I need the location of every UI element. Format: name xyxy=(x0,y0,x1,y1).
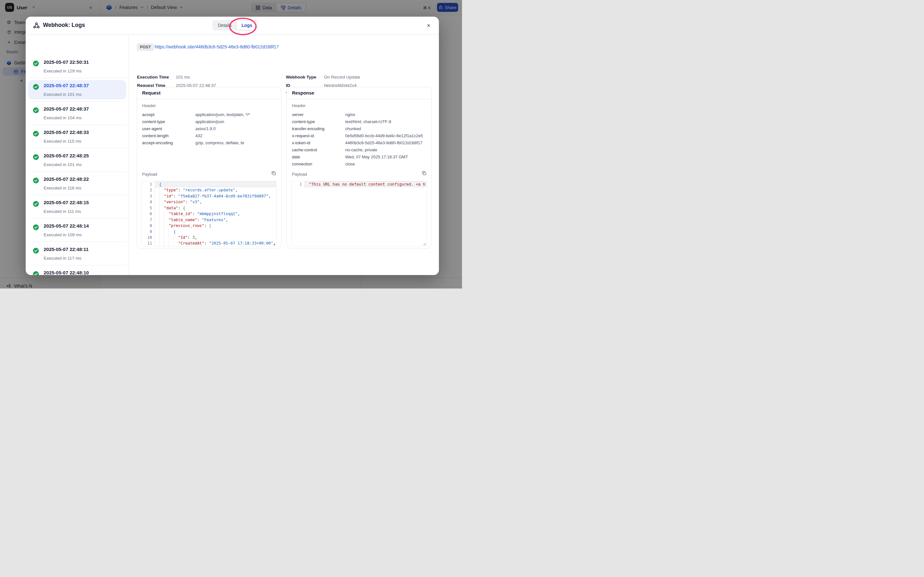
copy-icon[interactable] xyxy=(421,170,427,176)
list-divider xyxy=(29,195,127,195)
success-check-icon xyxy=(33,177,39,184)
success-check-icon xyxy=(33,224,39,230)
webhook-icon xyxy=(33,22,40,29)
success-check-icon xyxy=(33,154,39,160)
code-text: "data": { xyxy=(155,205,276,211)
success-check-icon xyxy=(33,271,39,275)
list-divider xyxy=(29,148,127,148)
header-key: content-type xyxy=(142,119,195,124)
success-check-icon xyxy=(33,60,39,67)
log-timestamp: 2025-05-07 22:48:37 xyxy=(44,83,89,88)
header-row: content-typetext/html; charset=UTF-8 xyxy=(292,118,426,125)
header-key: user-agent xyxy=(142,126,195,131)
line-number: 3 xyxy=(142,193,155,199)
header-value: 4460b3c6-5d25-46e3-8d80-fb012d168f17 xyxy=(345,140,423,145)
line-number: 7 xyxy=(142,217,155,223)
line-number: 9 xyxy=(142,229,155,235)
log-timestamp: 2025-05-07 22:48:10 xyxy=(44,270,89,275)
log-item[interactable]: 2025-05-07 22:48:22Executed in 118 ms xyxy=(28,174,126,193)
header-key: content-type xyxy=(292,119,345,124)
code-line: 3 "id": "f5e6a827-fb37-4a04-8cd9-be7831f… xyxy=(142,193,276,199)
header-label: Header xyxy=(142,103,156,108)
payload-label: Payload xyxy=(142,172,157,177)
log-item[interactable]: 2025-05-07 22:48:14Executed in 109 ms xyxy=(28,221,126,240)
success-check-icon xyxy=(33,201,39,207)
log-duration: Executed in 101 ms xyxy=(44,162,82,167)
info-label: Execution Time xyxy=(137,75,176,81)
log-item[interactable]: 2025-05-07 22:48:37Executed in 101 ms xyxy=(28,80,126,99)
header-value: application/json xyxy=(195,119,224,124)
code-line: 1"This URL has no default content config… xyxy=(292,181,427,187)
modal-title: Webhook: Logs xyxy=(43,22,85,29)
log-item[interactable]: 2025-05-07 22:48:33Executed in 115 ms xyxy=(28,127,126,146)
header-row: x-request-id0e5d56d0-bccb-44d9-bd4c-6e12… xyxy=(292,132,426,139)
header-value: text/html; charset=UTF-8 xyxy=(345,119,391,124)
header-row: servernginx xyxy=(292,111,426,118)
info-row: Webhook TypeOn Record Update xyxy=(286,75,360,81)
response-payload-editor[interactable]: 1"This URL has no default content config… xyxy=(291,181,427,247)
code-line: 7 "table_name": "Features", xyxy=(142,217,276,223)
log-duration: Executed in 129 ms xyxy=(44,69,82,73)
log-timestamp: 2025-05-07 22:48:14 xyxy=(44,223,89,229)
log-timestamp: 2025-05-07 22:48:15 xyxy=(44,200,89,205)
header-value: axios/1.9.0 xyxy=(195,126,216,131)
header-row: dateWed, 07 May 2025 17:18:37 GMT xyxy=(292,153,426,160)
log-duration: Executed in 109 ms xyxy=(44,232,82,237)
log-item[interactable]: 2025-05-07 22:48:37Executed in 104 ms xyxy=(28,103,126,123)
header-row: content-length432 xyxy=(142,132,276,139)
code-line: 5 "data": { xyxy=(142,205,276,211)
code-text: "type": "records.after.update", xyxy=(155,187,276,193)
log-item[interactable]: 2025-05-07 22:48:15Executed in 111 ms xyxy=(28,197,126,216)
log-item[interactable]: 2025-05-07 22:48:11Executed in 117 ms xyxy=(28,244,126,263)
log-duration: Executed in 111 ms xyxy=(44,209,81,214)
request-payload-editor[interactable]: 1{2 "type": "records.after.update",3 "id… xyxy=(142,181,276,247)
header-value: 432 xyxy=(195,133,202,138)
header-value: application/json, text/plain, */* xyxy=(195,112,250,117)
header-row: x-token-id4460b3c6-5d25-46e3-8d80-fb012d… xyxy=(292,139,426,146)
list-divider xyxy=(29,242,127,242)
header-key: x-request-id xyxy=(292,133,345,138)
log-duration: Executed in 117 ms xyxy=(44,256,81,261)
copy-icon[interactable] xyxy=(270,170,277,176)
line-number: 11 xyxy=(142,240,155,246)
info-value: On Record Update xyxy=(324,75,360,81)
code-line: 9 { xyxy=(142,229,276,235)
log-timestamp: 2025-05-07 22:50:31 xyxy=(44,60,89,65)
header-label: Header xyxy=(292,103,306,108)
header-row: transfer-encodingchunked xyxy=(292,125,426,132)
app-root: US User « / Features / Default View xyxy=(0,0,462,288)
response-panel: Response Header servernginxcontent-typet… xyxy=(286,87,432,248)
log-item[interactable]: 2025-05-07 22:48:10Executed in 114 ms xyxy=(28,268,126,275)
header-value: Wed, 07 May 2025 17:18:37 GMT xyxy=(345,155,408,159)
line-number: 10 xyxy=(142,235,155,240)
tab-details[interactable]: Details xyxy=(213,21,236,30)
success-check-icon xyxy=(33,131,39,137)
list-divider xyxy=(29,125,127,125)
header-value: chunked xyxy=(345,126,361,131)
info-row: Execution Time101 ms xyxy=(137,75,190,81)
resize-handle-icon[interactable] xyxy=(423,243,426,245)
list-divider xyxy=(29,265,127,266)
list-divider xyxy=(29,171,127,172)
log-timestamp: 2025-05-07 22:48:22 xyxy=(44,177,89,182)
header-value: gzip, compress, deflate, br xyxy=(195,140,244,145)
line-number: 5 xyxy=(142,205,155,211)
log-item[interactable]: 2025-05-07 22:48:25Executed in 101 ms xyxy=(28,150,126,169)
line-number: 2 xyxy=(142,187,155,193)
header-value: nginx xyxy=(345,112,355,117)
payload-label: Payload xyxy=(292,172,307,177)
line-number: 1 xyxy=(292,181,304,187)
resize-handle-icon[interactable] xyxy=(273,243,276,245)
close-icon[interactable]: ✕ xyxy=(424,21,433,30)
code-line: 10 "Id": 3, xyxy=(142,235,276,240)
request-panel: Request Header acceptapplication/json, t… xyxy=(137,87,281,248)
header-key: server xyxy=(292,112,345,117)
webhook-url-link[interactable]: https://webhook.site/4460b3c6-5d25-46e3-… xyxy=(155,44,279,49)
request-headers: acceptapplication/json, text/plain, */*c… xyxy=(142,111,276,146)
header-row: acceptapplication/json, text/plain, */* xyxy=(142,111,276,118)
code-line: 4 "version": "v3", xyxy=(142,199,276,205)
header-row: cache-controlno-cache, private xyxy=(292,146,426,153)
tab-logs[interactable]: Logs xyxy=(236,21,257,30)
log-item[interactable]: 2025-05-07 22:50:31Executed in 129 ms xyxy=(28,57,126,76)
header-key: cache-control xyxy=(292,147,345,152)
